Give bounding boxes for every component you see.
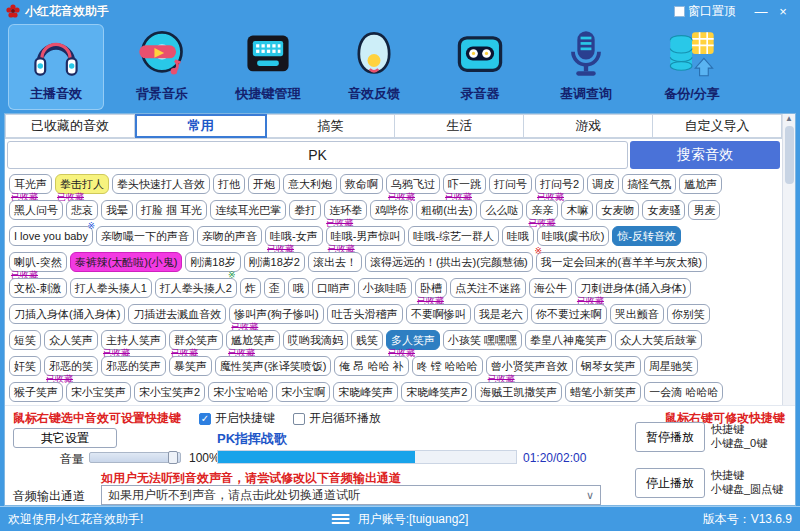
tab-game[interactable]: 游戏 (524, 114, 653, 138)
search-input[interactable] (7, 141, 628, 169)
sound-button[interactable]: 男麦 (688, 200, 720, 220)
toolbar-item-background-music[interactable]: 背景音乐 (114, 24, 210, 110)
sound-button[interactable]: 众人笑声 (44, 330, 98, 350)
sound-button[interactable]: 木嘛 (561, 200, 593, 220)
sound-button[interactable]: 刚满18岁※ (185, 252, 240, 272)
sound-button[interactable]: 周星驰笑 (644, 356, 698, 376)
sound-button[interactable]: 刀插进去溅血音效 (128, 304, 226, 324)
sound-button[interactable]: 奸笑 (9, 356, 41, 376)
checkbox-checked-icon[interactable]: ✓ (199, 413, 211, 425)
sound-button[interactable]: 尴尬笑声已收藏 (226, 330, 280, 350)
sound-button[interactable]: 悲哀 (66, 200, 98, 220)
sound-button[interactable]: 暴笑声 (169, 356, 212, 376)
sound-button[interactable]: 邪恶的笑已收藏 (44, 356, 98, 376)
sound-button[interactable]: 口哨声 (312, 278, 355, 298)
stop-button[interactable]: 停止播放 (635, 468, 705, 498)
sound-button[interactable]: 连环拳已收藏 (324, 200, 367, 220)
enable-hotkey-checkbox[interactable]: ✓ 开启快捷键 (199, 410, 275, 427)
sound-button[interactable]: 哎哟我滴妈 (283, 330, 348, 350)
sound-button[interactable]: 拳击打人已收藏 (55, 174, 109, 194)
sound-button[interactable]: 滚出去！ (308, 252, 362, 272)
sound-button[interactable]: 调皮 (587, 174, 619, 194)
sound-button[interactable]: 亲吻的声音 (197, 226, 262, 246)
close-button[interactable]: × (772, 4, 794, 19)
sound-button[interactable]: 刀刺进身体(捅入身体)已收藏 (575, 278, 691, 298)
toolbar-item-pitch-query[interactable]: 基调查询 (538, 24, 634, 110)
sound-button[interactable]: 我一定会回来的(喜羊羊与灰太狼)※ (536, 252, 707, 272)
sound-button[interactable]: 点关注不迷路 (450, 278, 526, 298)
sound-button[interactable]: 宋晓峰笑声 (333, 382, 398, 402)
sound-button[interactable]: 哇哦-综艺一群人 (408, 226, 499, 246)
sound-button[interactable]: 众人大笑后鼓掌 (615, 330, 702, 350)
sound-button[interactable]: 么么哒 (480, 200, 523, 220)
sound-button[interactable]: 吓一跳已收藏 (443, 174, 486, 194)
sound-button[interactable]: 猴子笑声 (9, 382, 63, 402)
scrollbar[interactable]: ▲ (782, 114, 795, 405)
pause-button[interactable]: 暂停播放 (635, 422, 705, 452)
sound-button[interactable]: 卧槽已收藏 (415, 278, 447, 298)
sound-button[interactable]: 惊-反转音效 (612, 226, 681, 246)
sound-button[interactable]: 多人笑声已收藏 (386, 330, 440, 350)
sound-button[interactable]: 哇哦(虞书欣) (537, 226, 609, 246)
sound-button[interactable]: 打人拳头揍人2 (155, 278, 237, 298)
sound-button[interactable]: 海贼王凯撒笑声 (475, 382, 562, 402)
sound-button[interactable]: 曾小贤笑声音效已收藏 (486, 356, 573, 376)
sound-button[interactable]: 打问号2已收藏 (535, 174, 584, 194)
toolbar-item-anchor-sounds[interactable]: 主播音效 (8, 24, 104, 110)
volume-slider-handle[interactable] (168, 451, 178, 464)
output-channel-select[interactable]: 如果用户听不到声音，请点击此处切换通道试听 ∨ (101, 485, 601, 505)
sound-button[interactable]: 邪恶的笑声 (101, 356, 166, 376)
tab-life[interactable]: 生活 (395, 114, 524, 138)
scrollbar-thumb[interactable] (785, 126, 794, 184)
sound-button[interactable]: 宋小宝笑声 (66, 382, 131, 402)
sound-button[interactable]: 乌鸦飞过已收藏 (386, 174, 440, 194)
toolbar-item-backup-share[interactable]: 备份/分享 (644, 24, 740, 110)
sound-button[interactable]: 宋晓峰笑声2 (401, 382, 472, 402)
pin-on-top-toggle[interactable]: 窗口置顶 (674, 3, 736, 20)
sound-button[interactable]: 搞怪气氛 (622, 174, 676, 194)
sound-button[interactable]: 我晕 (101, 200, 133, 220)
sound-button[interactable]: 你别笑 (667, 304, 710, 324)
sound-button[interactable]: 喇叭-突然已收藏 (9, 252, 67, 272)
sound-button[interactable]: 一会滴 哈哈哈 (644, 382, 723, 402)
sound-button[interactable]: 鸡哔你 (370, 200, 413, 220)
tab-favorited-sounds[interactable]: 已收藏的音效 (5, 114, 135, 138)
sound-button[interactable]: 文松-刺激 (9, 278, 67, 298)
sound-button[interactable]: 钢琴女笑声 (576, 356, 641, 376)
sound-button[interactable]: 耳光声已收藏 (9, 174, 52, 194)
other-settings-button[interactable]: 其它设置 (13, 428, 117, 448)
sound-button[interactable]: 惨叫声(狗子惨叫)已收藏 (229, 304, 323, 324)
pin-checkbox[interactable] (674, 6, 685, 17)
sound-button[interactable]: 蜡笔小新笑声 (565, 382, 641, 402)
sound-button[interactable]: 刀插入身体(捅入身体) (9, 304, 125, 324)
sound-button[interactable]: 哇哦-女声已收藏 (265, 226, 323, 246)
toolbar-item-sound-feedback[interactable]: 音效反馈 (326, 24, 422, 110)
menu-icon[interactable] (332, 514, 350, 524)
loop-play-checkbox[interactable]: 开启循环播放 (293, 410, 381, 427)
minimize-button[interactable]: — (750, 4, 772, 19)
sound-button[interactable]: 亲亲已收藏 (526, 200, 558, 220)
sound-button[interactable]: 拳皇八神庵笑声 (525, 330, 612, 350)
sound-button[interactable]: 拳打 (289, 200, 321, 220)
sound-button[interactable]: 炸 (240, 278, 261, 298)
sound-button[interactable]: 哭出颤音 (610, 304, 664, 324)
sound-button[interactable]: 亲吻嘬一下的声音 (96, 226, 194, 246)
sound-button[interactable]: 滚得远远的！(拱出去)(完颜慧德) (365, 252, 533, 272)
sound-button[interactable]: 哇哦 (502, 226, 534, 246)
sound-button[interactable]: 短笑 (9, 330, 41, 350)
sound-button[interactable]: 我是老六 (474, 304, 528, 324)
sound-button[interactable]: 打问号 (489, 174, 532, 194)
sound-button[interactable]: 救命啊 (340, 174, 383, 194)
sound-button[interactable]: 粗砌(出去) (416, 200, 477, 220)
sound-button[interactable]: 意大利炮 (283, 174, 337, 194)
sound-button[interactable]: 群众笑声已收藏 (169, 330, 223, 350)
sound-button[interactable]: 打脸 掴 耳光 (136, 200, 207, 220)
sound-button[interactable]: 女麦骚 (642, 200, 685, 220)
sound-button[interactable]: 小孩哇唔 (358, 278, 412, 298)
scroll-up-icon[interactable]: ▲ (785, 114, 793, 124)
sound-button[interactable]: 吐舌头滑稽声 (327, 304, 403, 324)
sound-button[interactable]: 不要啊惨叫 (406, 304, 471, 324)
sound-button[interactable]: 海公牛 (529, 278, 572, 298)
tab-funny[interactable]: 搞笑 (267, 114, 396, 138)
sound-button[interactable]: 俺 昂 哈哈 补 (334, 356, 408, 376)
